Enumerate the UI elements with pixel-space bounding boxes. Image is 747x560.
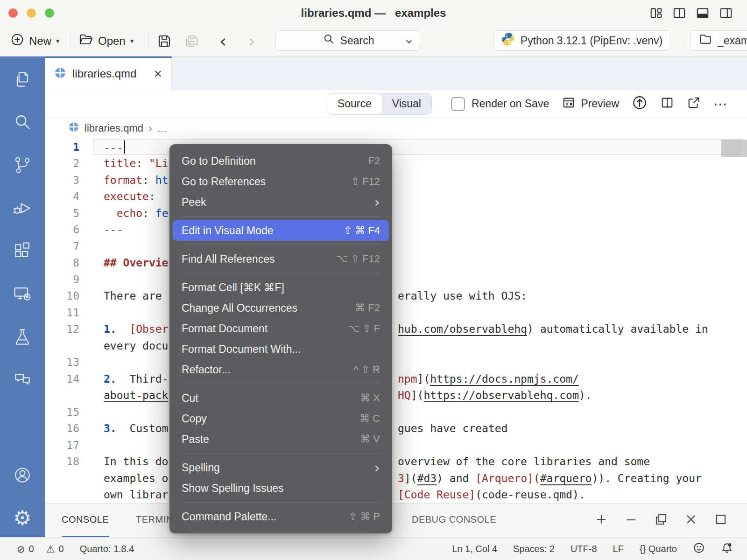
editor-line[interactable]: 18In this dooverview of the core librari…: [45, 454, 747, 470]
language-mode-status[interactable]: {} Quarto: [640, 544, 677, 554]
interpreter-selector[interactable]: Python 3.12.1 (PipEnv: .venv): [493, 30, 670, 51]
workspace-selector[interactable]: _examples: [690, 30, 747, 51]
menu-item-format-cell-k-f[interactable]: Format Cell [⌘K ⌘F]: [173, 277, 389, 298]
editor-line[interactable]: 4execute:: [45, 189, 747, 205]
tab-libraries-qmd[interactable]: libraries.qmd ×: [45, 56, 172, 90]
search-dropdown-chevron-icon[interactable]: [404, 36, 414, 49]
minimize-panel-icon[interactable]: [625, 513, 638, 528]
sidebar-item-explorer[interactable]: [12, 69, 33, 90]
menu-item-command-palette[interactable]: Command Palette...⇧ ⌘ P: [173, 506, 389, 527]
editor-line[interactable]: 3format: ht: [45, 172, 747, 189]
split-editor-icon[interactable]: [660, 96, 674, 112]
menu-item-format-document[interactable]: Format Document⌥ ⇧ F: [173, 318, 389, 339]
editor-line[interactable]: 9: [45, 271, 747, 288]
save-button[interactable]: [157, 34, 172, 49]
editor-line[interactable]: 163. Customgues have created: [45, 420, 747, 437]
menu-item-change-all-occurrences[interactable]: Change All Occurrences⌘ F2: [173, 298, 389, 318]
menu-item-show-spelling-issues[interactable]: Show Spelling Issues: [173, 478, 389, 498]
feedback-smiley-icon[interactable]: [693, 542, 705, 556]
navigate-back-button[interactable]: ‹: [219, 32, 226, 50]
editor-line[interactable]: 8## Overvie: [45, 255, 747, 272]
tab-console[interactable]: CONSOLE: [62, 504, 109, 537]
editor-line[interactable]: 17: [45, 437, 747, 454]
save-all-button[interactable]: [183, 33, 200, 49]
menu-item-cut[interactable]: Cut⌘ X: [173, 388, 389, 408]
source-mode-button[interactable]: Source: [327, 94, 382, 114]
editor-line[interactable]: 13: [45, 354, 747, 371]
breadcrumb-ellipsis[interactable]: ...: [157, 122, 167, 135]
new-button[interactable]: New ▾: [10, 33, 60, 49]
toggle-right-panel-icon[interactable]: [719, 6, 733, 20]
editor-scrollbar[interactable]: [721, 140, 747, 157]
toggle-bottom-panel-icon[interactable]: [696, 6, 710, 20]
editor-line[interactable]: 15: [45, 404, 747, 420]
tab-debug-console[interactable]: DEBUG CONSOLE: [412, 504, 496, 537]
sidebar-item-account[interactable]: [12, 464, 33, 486]
editor-line[interactable]: 5 echo: fe: [45, 205, 747, 222]
restore-panel-icon[interactable]: [655, 513, 668, 528]
customize-layout-icon[interactable]: [649, 6, 663, 20]
open-in-new-window-icon[interactable]: [687, 96, 701, 112]
breadcrumb-file[interactable]: libraries.qmd: [85, 122, 143, 134]
eol-status[interactable]: LF: [613, 544, 624, 554]
editor-line[interactable]: 121. [Obserhub.com/observablehq) automat…: [45, 321, 747, 338]
zoom-window-button[interactable]: [45, 8, 54, 18]
preview-button[interactable]: Preview: [562, 96, 619, 112]
add-panel-icon[interactable]: [595, 513, 608, 528]
navigate-forward-button[interactable]: ›: [248, 32, 255, 50]
quarto-version-status[interactable]: Quarto: 1.8.4: [80, 544, 134, 554]
menu-item-format-document-with[interactable]: Format Document With...: [173, 339, 389, 359]
indentation-status[interactable]: Spaces: 2: [513, 544, 555, 554]
sidebar-item-testing[interactable]: [12, 326, 33, 348]
minimize-window-button[interactable]: [27, 8, 36, 18]
app-window: libraries.qmd — _examples New ▾ Open ▾ ‹…: [0, 0, 747, 560]
menu-item-copy[interactable]: Copy⌘ C: [173, 408, 389, 429]
sidebar-item-extensions[interactable]: [12, 240, 33, 262]
sidebar-item-run-and-debug[interactable]: [12, 197, 33, 219]
notifications-bell-icon[interactable]: [721, 542, 733, 556]
close-window-button[interactable]: [8, 8, 18, 18]
open-button[interactable]: Open ▾: [78, 32, 134, 50]
editor-line[interactable]: 10There are erally use with OJS:: [45, 288, 747, 305]
editor-line[interactable]: own librar[Code Reuse](code-reuse.qmd).: [45, 487, 747, 504]
sidebar-item-search[interactable]: [12, 112, 33, 133]
code-editor[interactable]: 1---2title: "Li3format: ht4execute:5 ech…: [45, 139, 747, 503]
visual-mode-button[interactable]: Visual: [382, 94, 431, 114]
warnings-status[interactable]: ⚠ 0: [46, 544, 64, 554]
menu-item-go-to-references[interactable]: Go to References⇧ F12: [173, 171, 389, 192]
render-on-save-checkbox[interactable]: [451, 97, 465, 111]
menu-item-paste[interactable]: Paste⌘ V: [173, 429, 389, 449]
editor-line[interactable]: 2title: "Li: [45, 155, 747, 172]
search-input[interactable]: Search: [275, 30, 421, 51]
code-text: echo: fe: [104, 207, 169, 219]
editor-line[interactable]: 11: [45, 304, 747, 321]
split-editor-layout-icon[interactable]: [672, 6, 686, 20]
editor-line[interactable]: every docu: [45, 337, 747, 354]
tab-close-icon[interactable]: ×: [154, 67, 162, 81]
sidebar-item-comments[interactable]: [12, 369, 33, 391]
cursor-position-status[interactable]: Ln 1, Col 4: [452, 544, 497, 554]
editor-line[interactable]: about-packHQ](https://observablehq.com).: [45, 387, 747, 404]
menu-item-peek[interactable]: Peek›: [173, 192, 389, 212]
encoding-status[interactable]: UTF-8: [571, 544, 597, 554]
sidebar-item-settings[interactable]: ⚙: [12, 507, 33, 529]
editor-line[interactable]: 142. Third-npm](https://docs.npmjs.com/: [45, 371, 747, 387]
sidebar-item-source-control[interactable]: [12, 154, 33, 176]
problems-status[interactable]: ⊘ 0: [17, 544, 34, 554]
editor-line[interactable]: 7: [45, 238, 747, 255]
open-button-label: Open: [98, 35, 126, 48]
sidebar-item-sessions[interactable]: [12, 283, 33, 305]
breadcrumb[interactable]: libraries.qmd › ...: [45, 118, 747, 139]
render-publish-icon[interactable]: [632, 95, 648, 113]
maximize-panel-icon[interactable]: [714, 513, 727, 528]
more-actions-icon[interactable]: ⋯: [713, 96, 728, 112]
menu-item-refactor[interactable]: Refactor...^ ⇧ R: [173, 359, 389, 380]
menu-item-find-all-references[interactable]: Find All References⌥ ⇧ F12: [173, 249, 389, 269]
editor-line[interactable]: examples o3](#d3) and [Arquero](#arquero…: [45, 470, 747, 487]
menu-item-spelling[interactable]: Spelling›: [173, 457, 389, 478]
editor-line[interactable]: 1---: [45, 139, 747, 155]
menu-item-edit-in-visual-mode[interactable]: Edit in Visual Mode⇧ ⌘ F4: [173, 220, 389, 241]
editor-line[interactable]: 6---: [45, 222, 747, 238]
close-panel-icon[interactable]: [684, 513, 698, 528]
menu-item-go-to-definition[interactable]: Go to DefinitionF2: [173, 151, 389, 171]
